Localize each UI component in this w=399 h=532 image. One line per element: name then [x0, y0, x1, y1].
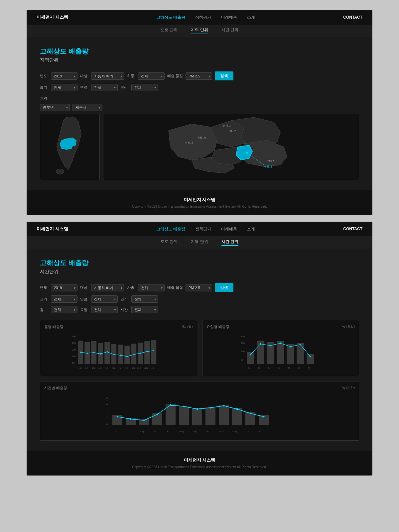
emission-select-2[interactable]: PM 2.5 [186, 284, 212, 291]
size-select-wrapper-1: 전체 [51, 84, 77, 91]
subnav-region-1[interactable]: 지역 단위 [191, 27, 208, 34]
vehicle-select-2[interactable]: 전체 [138, 284, 165, 291]
year-select-2[interactable]: 2019 [51, 284, 77, 291]
subnav-region-2[interactable]: 지역 단위 [191, 239, 208, 246]
svg-point-37 [153, 350, 154, 351]
svg-point-66 [299, 344, 301, 346]
nav-future-2[interactable]: 미래예측 [221, 226, 237, 232]
svg-text:7월: 7월 [118, 367, 121, 369]
target-label-1: 대상 [80, 73, 88, 78]
size-select-1[interactable]: 전체 [51, 84, 77, 91]
fuel-label-1: 연료 [80, 85, 88, 90]
contact-2[interactable]: CONTACT [343, 227, 362, 231]
svg-text:16시: 16시 [219, 430, 224, 433]
nav-future-1[interactable]: 미래예측 [221, 15, 237, 20]
subnav-road-2[interactable]: 도로 단위 [161, 239, 178, 246]
svg-text:5월: 5월 [105, 367, 108, 369]
section-region: 미세먼지 시스템 고해상도 배출량 정책평가 미래예측 소개 CONTACT 도… [27, 10, 372, 215]
daily-chart-svg: 300 200 100 50 [206, 334, 355, 371]
svg-point-30 [106, 351, 108, 353]
svg-point-99 [210, 407, 211, 409]
svg-text:12월: 12월 [150, 367, 155, 369]
svg-rect-20 [118, 345, 123, 364]
filter-row-2a: 변도 2019 대상 자동차 배기 차종 전체 [40, 283, 359, 292]
fuel-label-2: 연료 [80, 297, 88, 302]
svg-point-62 [259, 343, 261, 345]
korea-map-svg-1 [40, 114, 99, 180]
filter-row-1: 변도 2019 대상 자동차 배기 차종 전체 [40, 71, 359, 80]
emission-label-1: 배출 물질 [167, 73, 183, 78]
daily-chart-title: 요일별 배출량 [206, 324, 229, 329]
svg-text:2시: 2시 [127, 430, 131, 433]
svg-text:300: 300 [241, 335, 245, 338]
svg-rect-87 [205, 407, 215, 425]
subnav-road-1[interactable]: 도로 단위 [161, 27, 178, 34]
svg-point-95 [157, 414, 158, 415]
target-label-2: 대상 [80, 285, 88, 290]
search-btn-2[interactable]: 검색 [215, 283, 233, 292]
year2-select-1[interactable]: 전체 [131, 84, 158, 91]
search-btn-1[interactable]: 검색 [215, 71, 233, 80]
nav-emissions-2[interactable]: 고해상도 배출량 [156, 226, 185, 232]
region-select-1[interactable]: 충부변 [40, 104, 70, 111]
svg-point-98 [197, 408, 198, 410]
subnav-time-2[interactable]: 시간 단위 [221, 239, 238, 246]
main-content-2: 고해상도 배출량 시간단위 변도 2019 대상 자동차 배기 차종 [27, 249, 372, 451]
svg-text:0시: 0시 [114, 430, 117, 433]
nav-policy-2[interactable]: 정책평가 [195, 226, 211, 232]
city-select-1[interactable]: 세종시 [72, 104, 102, 111]
nav-emissions-1[interactable]: 고해상도 배출량 [156, 15, 185, 20]
month-select-2[interactable]: 전체 [51, 306, 77, 313]
svg-text:22시: 22시 [259, 430, 264, 433]
target-select-1[interactable]: 자동차 배기 [91, 72, 124, 80]
svg-text:4시: 4시 [140, 430, 144, 433]
nav-policy-1[interactable]: 정책평가 [195, 15, 211, 20]
section-time: 미세먼지 시스템 고해상도 배출량 정책평가 미래예측 소개 CONTACT 도… [27, 222, 372, 476]
contact-1[interactable]: CONTACT [343, 15, 362, 20]
nav-intro-1[interactable]: 소개 [247, 15, 255, 20]
page-subtitle-2: 시간단위 [40, 269, 359, 275]
day-select-2[interactable]: 전체 [91, 306, 118, 313]
svg-text:12시: 12시 [192, 430, 197, 433]
svg-text:목: 목 [288, 367, 290, 370]
svg-rect-22 [131, 344, 136, 364]
svg-point-29 [100, 353, 101, 355]
svg-rect-21 [124, 346, 130, 364]
hourly-chart-svg: 8 6 4 2 0 [44, 395, 355, 435]
hour-select-2[interactable]: 전체 [131, 306, 158, 313]
svg-text:18시: 18시 [232, 430, 237, 433]
fuel-select-2[interactable]: 전체 [91, 295, 118, 303]
svg-rect-59 [297, 343, 304, 364]
year2-select-2[interactable]: 전체 [131, 295, 158, 303]
size-select-2[interactable]: 전체 [51, 295, 77, 303]
svg-text:2: 2 [106, 416, 108, 419]
vehicle-select-1[interactable]: 전체 [138, 72, 165, 80]
svg-text:6: 6 [106, 403, 108, 405]
month-label-2: 월 [40, 307, 48, 312]
subnav-time-1[interactable]: 시간 단위 [221, 27, 238, 34]
svg-text:서산시: 서산시 [185, 141, 193, 144]
svg-point-94 [143, 420, 145, 421]
vehicle-select-wrapper-1: 전체 [138, 72, 165, 80]
emission-select-wrapper-1: PM 2.5 [186, 72, 212, 80]
svg-text:8월: 8월 [125, 367, 128, 369]
svg-point-33 [126, 356, 128, 357]
year-select-1[interactable]: 2019 [51, 72, 77, 80]
svg-point-8 [246, 152, 248, 154]
svg-text:천주시: 천주시 [267, 160, 275, 162]
monthly-chart-svg: 300 250 200 100 50 [44, 334, 193, 371]
svg-text:200: 200 [72, 349, 76, 351]
target-select-2[interactable]: 자동차 배기 [91, 284, 124, 291]
emission-select-1[interactable]: PM 2.5 [186, 72, 212, 80]
size-label-2: 크기 [40, 297, 48, 302]
fuel-select-1[interactable]: 전체 [91, 84, 118, 91]
navbar-1: 미세먼지 시스템 고해상도 배출량 정책평가 미래예측 소개 CONTACT [27, 10, 372, 25]
vehicle-label-2: 차종 [127, 285, 135, 290]
monthly-chart-box: 월별 배출량 (kg /월) 300 250 200 100 50 [40, 320, 197, 376]
nav-intro-2[interactable]: 소개 [247, 226, 255, 232]
chart-grid-2: 월별 배출량 (kg /월) 300 250 200 100 50 [40, 320, 359, 376]
city-select-wrapper-1: 세종시 [72, 104, 102, 111]
subnav-2: 도로 단위 지역 단위 시간 단위 [27, 236, 372, 249]
svg-text:20시: 20시 [245, 430, 250, 433]
svg-point-100 [223, 405, 225, 407]
